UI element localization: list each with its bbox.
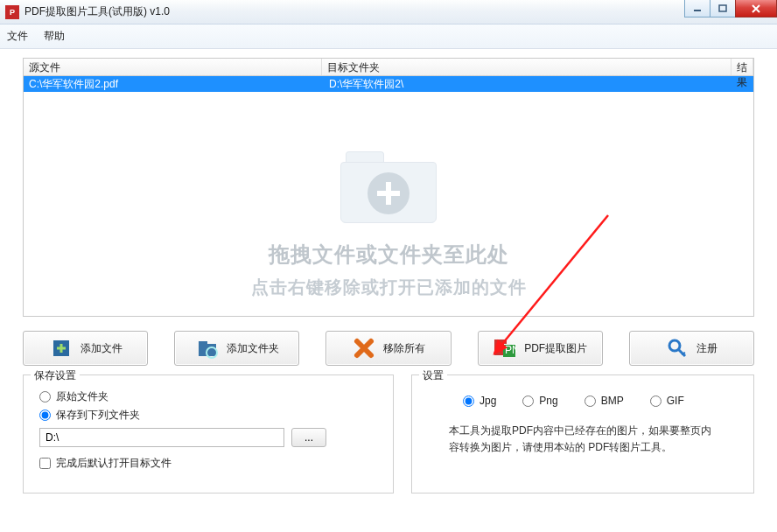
close-icon [751, 4, 761, 14]
browse-button[interactable]: ... [291, 428, 326, 447]
settings-legend: 设置 [419, 368, 447, 383]
settings-description: 本工具为提取PDF内容中已经存在的图片，如果要整页内容转换为图片，请使用本站的 … [449, 423, 717, 456]
title-bar: P PDF提取图片工具(试用版) v1.0 [0, 0, 777, 24]
toolbar: 添加文件 添加文件夹 移除所有 PDFPNG PDF提取图片 注册 [23, 331, 754, 366]
radio-png-input[interactable] [522, 396, 534, 407]
add-file-icon [49, 336, 74, 360]
add-folder-icon [195, 336, 220, 360]
radio-bmp-label: BMP [601, 395, 624, 407]
menu-bar: 文件 帮助 [0, 24, 777, 49]
add-file-button[interactable]: 添加文件 [23, 331, 148, 366]
radio-custom-input[interactable] [39, 410, 51, 421]
cell-target: D:\华军软件园2\ [324, 76, 735, 92]
svg-text:PNG: PNG [505, 344, 517, 356]
radio-png-label: Png [539, 395, 557, 407]
add-file-label: 添加文件 [80, 341, 122, 356]
window-title: PDF提取图片工具(试用版) v1.0 [24, 4, 170, 19]
open-after-checkbox[interactable]: 完成后默认打开目标文件 [39, 456, 377, 471]
radio-png[interactable]: Png [522, 395, 557, 407]
add-folder-label: 添加文件夹 [227, 341, 279, 356]
save-settings-legend: 保存设置 [31, 368, 80, 383]
folder-plus-icon [340, 146, 437, 223]
browse-label: ... [304, 431, 313, 444]
radio-bmp-input[interactable] [584, 396, 596, 407]
add-folder-button[interactable]: 添加文件夹 [174, 331, 299, 366]
cell-source: C:\华军软件园2.pdf [24, 76, 324, 92]
path-row: ... [39, 428, 377, 447]
col-source[interactable]: 源文件 [24, 59, 322, 75]
col-result[interactable]: 结果 [732, 59, 753, 75]
minimize-icon [693, 4, 702, 13]
radio-custom-label: 保存到下列文件夹 [56, 408, 140, 423]
radio-gif[interactable]: GIF [650, 395, 684, 407]
remove-all-button[interactable]: 移除所有 [326, 331, 451, 366]
col-target[interactable]: 目标文件夹 [322, 59, 732, 75]
path-input[interactable] [39, 428, 284, 447]
extract-button[interactable]: PDFPNG PDF提取图片 [478, 331, 603, 366]
drop-hint: 拖拽文件或文件夹至此处 点击右键移除或打开已添加的文件 [24, 146, 753, 299]
radio-original-input[interactable] [39, 391, 51, 402]
menu-help[interactable]: 帮助 [44, 29, 65, 44]
menu-file[interactable]: 文件 [7, 29, 28, 44]
format-row: Jpg Png BMP GIF [458, 391, 708, 410]
content-area: 源文件 目标文件夹 结果 C:\华军软件园2.pdf D:\华军软件园2\ 拖拽… [0, 49, 777, 502]
register-icon [665, 336, 690, 360]
settings-group: 设置 Jpg Png BMP GIF 本工具为提取PDF内容中已经存在的图片，如… [411, 374, 754, 494]
radio-jpg-input[interactable] [463, 396, 474, 407]
drop-hint-line2: 点击右键移除或打开已添加的文件 [24, 276, 753, 299]
drop-hint-line1: 拖拽文件或文件夹至此处 [24, 241, 753, 269]
app-icon: P [5, 5, 19, 19]
radio-jpg[interactable]: Jpg [463, 395, 496, 407]
register-button[interactable]: 注册 [629, 331, 754, 366]
maximize-button[interactable] [710, 0, 736, 18]
extract-label: PDF提取图片 [524, 341, 587, 356]
svg-rect-1 [719, 5, 726, 11]
svg-rect-0 [694, 10, 701, 11]
radio-original-label: 原始文件夹 [56, 389, 108, 404]
radio-gif-label: GIF [667, 395, 684, 407]
table-row[interactable]: C:\华军软件园2.pdf D:\华军软件园2\ [24, 76, 753, 92]
radio-original-folder[interactable]: 原始文件夹 [39, 389, 377, 404]
radio-jpg-label: Jpg [480, 395, 496, 407]
open-after-input[interactable] [39, 458, 51, 469]
minimize-button[interactable] [684, 0, 710, 18]
file-table[interactable]: 源文件 目标文件夹 结果 C:\华军软件园2.pdf D:\华军软件园2\ 拖拽… [23, 58, 754, 317]
extract-icon: PDFPNG [493, 336, 517, 360]
open-after-label: 完成后默认打开目标文件 [56, 456, 172, 471]
radio-gif-input[interactable] [650, 396, 662, 407]
window-controls [685, 0, 777, 18]
radio-bmp[interactable]: BMP [584, 395, 624, 407]
lower-panels: 保存设置 原始文件夹 保存到下列文件夹 ... 完成后默认打开目标文件 设置 J… [23, 374, 754, 494]
remove-all-label: 移除所有 [383, 341, 425, 356]
save-settings-group: 保存设置 原始文件夹 保存到下列文件夹 ... 完成后默认打开目标文件 [23, 374, 394, 494]
close-button[interactable] [735, 0, 777, 18]
svg-rect-5 [199, 341, 207, 346]
table-header: 源文件 目标文件夹 结果 [24, 59, 753, 76]
cell-result [735, 76, 753, 92]
register-label: 注册 [696, 341, 718, 356]
radio-custom-folder[interactable]: 保存到下列文件夹 [39, 408, 377, 423]
remove-all-icon [352, 336, 376, 360]
maximize-icon [718, 4, 727, 13]
